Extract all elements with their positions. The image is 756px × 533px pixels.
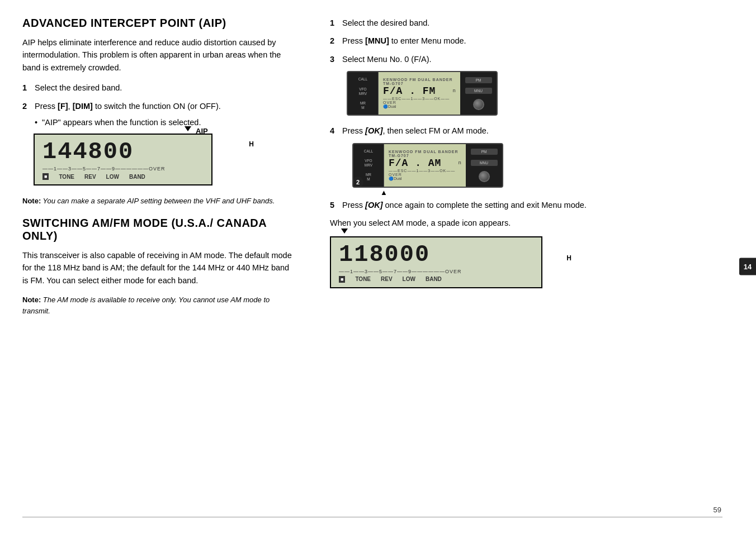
radio-dual-label: 🔵Dual (389, 177, 461, 181)
lcd-label-low: LOW (106, 174, 119, 180)
step-2-left: 2 Press [F], [DIM] to switch the functio… (22, 100, 296, 112)
right-step-2: 2 Press [MNU] to enter Menu mode. (330, 35, 734, 47)
aip-display: 144800 ——1——3——5——7——9——————OVER ■ TONE … (34, 134, 212, 185)
lcd-label-band: BAND (426, 276, 442, 282)
lcd-scale: ——1——3——5——7——9——————OVER (42, 166, 204, 172)
lcd-icon: ■ (339, 276, 345, 283)
step-text: Press [F], [DIM] to switch the function … (35, 100, 296, 112)
step-text: Press [OK] once again to complete the se… (342, 199, 587, 211)
arrow-down-icon (341, 229, 348, 234)
lcd-label-tone: TONE (355, 276, 371, 282)
lcd-frequency: 144800 (42, 140, 204, 164)
radio-brand: KENWOOD FM DUAL BANDER TM-G707 (383, 78, 456, 85)
right-step-5: 5 Press [OK] once again to complete the … (330, 199, 734, 211)
step2-badge: 2 (352, 177, 363, 188)
h-label: H (249, 140, 254, 148)
radio-freq-fm: F/A . FM (383, 85, 436, 97)
right-step-4: 4 Press [OK], then select FM or AM mode. (330, 125, 734, 137)
radio-fm-display: CALL VFOMRV MRM KENWOOD FM DUAL BANDER T… (347, 71, 498, 116)
vol-knob[interactable] (479, 171, 490, 182)
section2-title: SWITCHING AM/FM MODE (U.S.A./ CANADA ONL… (22, 217, 296, 242)
radio-center-panel: KENWOOD FM DUAL BANDER TM-G707 F/A . AM … (384, 144, 466, 187)
lcd-scale-bottom: ——1——3——5——7——9——————OVER (339, 269, 533, 274)
radio-mode-icon: n (453, 88, 456, 94)
radio-am-display: CALL VFOMRV MRM KENWOOD FM DUAL BANDER T… (352, 143, 503, 188)
step-num: 1 (330, 17, 342, 29)
h-label-bottom: H (566, 254, 571, 262)
step-text: Select the desired band. (35, 82, 296, 94)
radio-dual-label: 🔵Dual (383, 104, 456, 109)
radio-call-label: CALL (364, 149, 373, 154)
step-num: 2 (22, 100, 35, 112)
right-step-3: 3 Select Menu No. 0 (F/A). (330, 53, 734, 65)
radio-mode-icon: n (459, 160, 461, 166)
bullet-aip: "AIP" appears when the function is selec… (35, 118, 296, 127)
pm-button[interactable]: PM (465, 77, 492, 83)
pm-button[interactable]: PM (471, 149, 498, 155)
step-num: 1 (22, 82, 35, 94)
vol-knob[interactable] (473, 99, 484, 110)
right-column: 1 Select the desired band. 2 Press [MNU]… (313, 17, 734, 516)
step-text: Select Menu No. 0 (F/A). (342, 53, 432, 65)
left-column: ADVANCED INTERCEPT POINT (AIP) AIP helps… (22, 17, 313, 516)
bullet-text: "AIP" appears when the function is selec… (42, 118, 201, 127)
bottom-display: 118000 ——1——3——5——7——9——————OVER ■ TONE … (330, 236, 542, 288)
radio-scale: ——ESC——1——3——OK——OVER (389, 169, 461, 177)
lcd-label-low: LOW (403, 276, 415, 282)
arrow-down-icon (185, 126, 191, 131)
step-num: 5 (330, 199, 342, 211)
lcd-labels: ■ TONE REV LOW BAND (42, 173, 204, 180)
radio-vfo-label: VFOMRV (365, 159, 372, 168)
mnu-button[interactable]: MNU (465, 88, 492, 94)
radio-mr-label: MRM (360, 101, 366, 110)
note2-label: Note: (22, 296, 41, 304)
radio-right-panel: PM MNU (466, 144, 502, 187)
section1-intro: AIP helps eliminate interference and red… (22, 36, 296, 74)
lcd-frequency-bottom: 118000 (339, 243, 533, 266)
radio-scale: ——ESC——1——3——OK——OVER (383, 97, 456, 104)
lcd-label-band: BAND (129, 174, 145, 180)
lcd-label-tone: TONE (59, 174, 74, 180)
step-1-left: 1 Select the desired band. (22, 82, 296, 94)
chapter-badge: 14 (739, 258, 756, 275)
note2: Note: The AM mode is available to receiv… (22, 294, 296, 316)
radio-center-panel: KENWOOD FM DUAL BANDER TM-G707 F/A . FM … (379, 72, 460, 115)
mnu-button[interactable]: MNU (471, 160, 498, 166)
radio-left-panel: CALL VFOMRV MRM (348, 72, 379, 115)
bottom-rule (22, 517, 722, 517)
radio-call-label: CALL (358, 77, 367, 82)
step-num: 4 (330, 125, 342, 137)
radio-brand: KENWOOD FM DUAL BANDER TM-G707 (389, 150, 461, 158)
step-text: Press [OK], then select FM or AM mode. (342, 125, 489, 137)
page-number: 59 (714, 506, 721, 514)
lcd-label-rev: REV (381, 276, 393, 282)
radio-mr-label: MRM (366, 173, 371, 182)
section2-intro: This transceiver is also capable of rece… (22, 249, 296, 287)
right-step-1: 1 Select the desired band. (330, 17, 734, 29)
note1: Note: You can make a separate AIP settin… (22, 196, 296, 207)
radio-freq-am: F/A . AM (389, 158, 441, 169)
note-label: Note: (22, 197, 41, 205)
lcd-labels-bottom: ■ TONE REV LOW BAND (339, 276, 533, 283)
step-num: 2 (330, 35, 342, 47)
lcd-label-rev: REV (84, 174, 96, 180)
radio-vfo-label: VFOMRV (359, 87, 367, 96)
note-text: You can make a separate AIP setting betw… (41, 197, 275, 205)
note2-text: The AM mode is available to receive only… (22, 296, 270, 315)
step-num: 3 (330, 53, 342, 65)
arrow-up-icon: ▲ (380, 188, 388, 197)
step-text: Press [MNU] to enter Menu mode. (342, 35, 466, 47)
radio-right-panel: PM MNU (460, 72, 497, 115)
section1-title: ADVANCED INTERCEPT POINT (AIP) (22, 17, 296, 30)
after-step5-text: When you select AM mode, a spade icon ap… (330, 217, 734, 229)
step-text: Select the desired band. (342, 17, 429, 29)
lcd-icon: ■ (42, 173, 49, 180)
